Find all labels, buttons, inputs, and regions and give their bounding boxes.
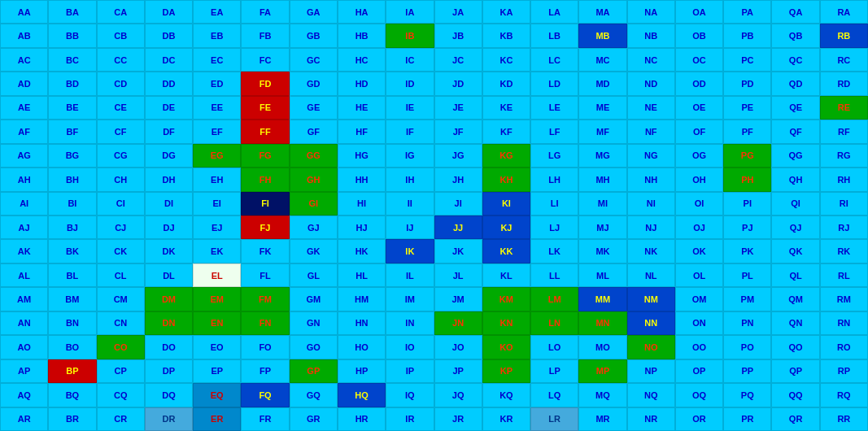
grid-cell-fa[interactable]: FA xyxy=(241,0,289,24)
grid-cell-db[interactable]: DB xyxy=(145,24,193,47)
grid-cell-ai[interactable]: AI xyxy=(0,192,48,216)
grid-cell-dd[interactable]: DD xyxy=(145,72,193,95)
grid-cell-el[interactable]: EL xyxy=(193,263,241,287)
grid-cell-jn[interactable]: JN xyxy=(434,311,482,335)
grid-cell-bf[interactable]: BF xyxy=(48,120,96,143)
grid-cell-mn[interactable]: MN xyxy=(578,311,626,335)
grid-cell-cf[interactable]: CF xyxy=(97,120,145,143)
grid-cell-mh[interactable]: MH xyxy=(578,168,626,191)
grid-cell-cg[interactable]: CG xyxy=(97,144,145,168)
grid-cell-ap[interactable]: AP xyxy=(0,359,48,383)
grid-cell-rc[interactable]: RC xyxy=(820,48,868,72)
grid-cell-af[interactable]: AF xyxy=(0,120,48,143)
grid-cell-fe[interactable]: FE xyxy=(241,96,289,120)
grid-cell-lb[interactable]: LB xyxy=(530,24,578,47)
grid-cell-pp[interactable]: PP xyxy=(723,359,771,383)
grid-cell-hn[interactable]: HN xyxy=(338,311,386,335)
grid-cell-jr[interactable]: JR xyxy=(434,407,482,431)
grid-cell-fj[interactable]: FJ xyxy=(241,216,289,239)
grid-cell-gd[interactable]: GD xyxy=(290,72,338,95)
grid-cell-qb[interactable]: QB xyxy=(771,24,819,47)
grid-cell-me[interactable]: ME xyxy=(578,96,626,120)
grid-cell-qp[interactable]: QP xyxy=(771,359,819,383)
grid-cell-fi[interactable]: FI xyxy=(241,192,289,216)
grid-cell-ia[interactable]: IA xyxy=(386,0,434,24)
grid-cell-ol[interactable]: OL xyxy=(675,263,723,287)
grid-cell-bp[interactable]: BP xyxy=(48,359,96,383)
grid-cell-gn[interactable]: GN xyxy=(290,311,338,335)
grid-cell-io[interactable]: IO xyxy=(386,335,434,359)
grid-cell-em[interactable]: EM xyxy=(193,287,241,311)
grid-cell-ri[interactable]: RI xyxy=(820,192,868,216)
grid-cell-md[interactable]: MD xyxy=(578,72,626,95)
grid-cell-re[interactable]: RE xyxy=(820,96,868,120)
grid-cell-mc[interactable]: MC xyxy=(578,48,626,72)
grid-cell-pl[interactable]: PL xyxy=(723,263,771,287)
grid-cell-bq[interactable]: BQ xyxy=(48,383,96,407)
grid-cell-qc[interactable]: QC xyxy=(771,48,819,72)
grid-cell-cp[interactable]: CP xyxy=(97,359,145,383)
grid-cell-mr[interactable]: MR xyxy=(578,407,626,431)
grid-cell-pi[interactable]: PI xyxy=(723,192,771,216)
grid-cell-aq[interactable]: AQ xyxy=(0,383,48,407)
grid-cell-ah[interactable]: AH xyxy=(0,168,48,191)
grid-cell-nn[interactable]: NN xyxy=(627,311,675,335)
grid-cell-fk[interactable]: FK xyxy=(241,239,289,263)
grid-cell-ei[interactable]: EI xyxy=(193,192,241,216)
grid-cell-gh[interactable]: GH xyxy=(290,168,338,191)
grid-cell-fc[interactable]: FC xyxy=(241,48,289,72)
grid-cell-en[interactable]: EN xyxy=(193,311,241,335)
grid-cell-ml[interactable]: ML xyxy=(578,263,626,287)
grid-cell-dj[interactable]: DJ xyxy=(145,216,193,239)
grid-cell-gq[interactable]: GQ xyxy=(290,383,338,407)
grid-cell-rd[interactable]: RD xyxy=(820,72,868,95)
grid-cell-ed[interactable]: ED xyxy=(193,72,241,95)
grid-cell-og[interactable]: OG xyxy=(675,144,723,168)
grid-cell-hg[interactable]: HG xyxy=(338,144,386,168)
grid-cell-jd[interactable]: JD xyxy=(434,72,482,95)
grid-cell-fr[interactable]: FR xyxy=(241,407,289,431)
grid-cell-dq[interactable]: DQ xyxy=(145,383,193,407)
grid-cell-qk[interactable]: QK xyxy=(771,239,819,263)
grid-cell-oq[interactable]: OQ xyxy=(675,383,723,407)
grid-cell-kq[interactable]: KQ xyxy=(482,383,530,407)
grid-cell-pg[interactable]: PG xyxy=(723,144,771,168)
grid-cell-rf[interactable]: RF xyxy=(820,120,868,143)
grid-cell-hd[interactable]: HD xyxy=(338,72,386,95)
grid-cell-na[interactable]: NA xyxy=(627,0,675,24)
grid-cell-ki[interactable]: KI xyxy=(482,192,530,216)
grid-cell-do[interactable]: DO xyxy=(145,335,193,359)
grid-cell-qq[interactable]: QQ xyxy=(771,383,819,407)
grid-cell-od[interactable]: OD xyxy=(675,72,723,95)
grid-cell-lp[interactable]: LP xyxy=(530,359,578,383)
grid-cell-mi[interactable]: MI xyxy=(578,192,626,216)
grid-cell-lk[interactable]: LK xyxy=(530,239,578,263)
grid-cell-nc[interactable]: NC xyxy=(627,48,675,72)
grid-cell-ka[interactable]: KA xyxy=(482,0,530,24)
grid-cell-kj[interactable]: KJ xyxy=(482,216,530,239)
grid-cell-fg[interactable]: FG xyxy=(241,144,289,168)
grid-cell-gc[interactable]: GC xyxy=(290,48,338,72)
grid-cell-an[interactable]: AN xyxy=(0,311,48,335)
grid-cell-ii[interactable]: II xyxy=(386,192,434,216)
grid-cell-nk[interactable]: NK xyxy=(627,239,675,263)
grid-cell-mm[interactable]: MM xyxy=(578,287,626,311)
grid-cell-ef[interactable]: EF xyxy=(193,120,241,143)
grid-cell-pc[interactable]: PC xyxy=(723,48,771,72)
grid-cell-qr[interactable]: QR xyxy=(771,407,819,431)
grid-cell-ij[interactable]: IJ xyxy=(386,216,434,239)
grid-cell-gp[interactable]: GP xyxy=(290,359,338,383)
grid-cell-ec[interactable]: EC xyxy=(193,48,241,72)
grid-cell-il[interactable]: IL xyxy=(386,263,434,287)
grid-cell-bd[interactable]: BD xyxy=(48,72,96,95)
grid-cell-ie[interactable]: IE xyxy=(386,96,434,120)
grid-cell-ej[interactable]: EJ xyxy=(193,216,241,239)
grid-cell-dl[interactable]: DL xyxy=(145,263,193,287)
grid-cell-ad[interactable]: AD xyxy=(0,72,48,95)
grid-cell-gi[interactable]: GI xyxy=(290,192,338,216)
grid-cell-qf[interactable]: QF xyxy=(771,120,819,143)
grid-cell-fh[interactable]: FH xyxy=(241,168,289,191)
grid-cell-kh[interactable]: KH xyxy=(482,168,530,191)
grid-cell-hp[interactable]: HP xyxy=(338,359,386,383)
grid-cell-lq[interactable]: LQ xyxy=(530,383,578,407)
